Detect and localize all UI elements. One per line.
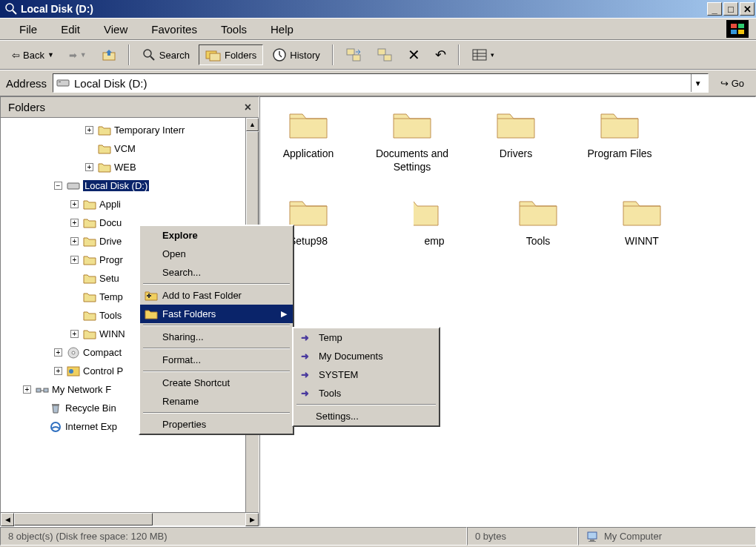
dropdown-icon: ▼ bbox=[80, 51, 87, 59]
ctx-search[interactable]: Search... bbox=[140, 263, 293, 282]
expand-icon[interactable]: + bbox=[23, 385, 31, 394]
go-button[interactable]: ↪ Go bbox=[714, 75, 750, 92]
folder-item[interactable]: emp bbox=[397, 196, 471, 248]
svg-rect-4 bbox=[731, 30, 737, 34]
tree-item[interactable]: +Temporary Interr bbox=[4, 121, 256, 139]
undo-button[interactable]: ↶ bbox=[429, 44, 452, 66]
menu-favorites[interactable]: Favorites bbox=[139, 20, 209, 39]
expand-icon[interactable]: + bbox=[70, 237, 79, 245]
menu-tools[interactable]: Tools bbox=[209, 20, 259, 39]
files-grid: Application Documents and Settings Drive… bbox=[271, 108, 744, 248]
expand-icon[interactable]: + bbox=[85, 126, 93, 134]
magnifier-icon bbox=[4, 2, 18, 16]
separator bbox=[143, 371, 290, 372]
folders-pane-close[interactable]: × bbox=[245, 101, 251, 114]
expand-icon[interactable]: + bbox=[70, 200, 79, 208]
svg-rect-34 bbox=[588, 541, 596, 542]
expand-icon[interactable]: + bbox=[70, 330, 79, 338]
folder-item[interactable]: Application bbox=[271, 108, 345, 173]
sub-settings[interactable]: Settings... bbox=[294, 407, 439, 425]
status-objects: 8 object(s) (Disk free space: 120 MB) bbox=[0, 527, 467, 546]
menu-edit[interactable]: Edit bbox=[49, 20, 92, 39]
disk-icon bbox=[67, 180, 80, 192]
expand-icon[interactable]: + bbox=[54, 367, 62, 375]
dropdown-icon: ▼ bbox=[47, 51, 54, 59]
back-button[interactable]: ⇦ Back ▼ bbox=[6, 47, 60, 64]
tree-item[interactable]: +Appli bbox=[4, 195, 256, 213]
scroll-thumb[interactable] bbox=[246, 131, 259, 235]
copy-to-button[interactable] bbox=[371, 44, 399, 65]
ctx-rename[interactable]: Rename bbox=[140, 392, 293, 411]
scroll-right-icon[interactable]: ▶ bbox=[245, 513, 259, 526]
expand-icon[interactable]: + bbox=[85, 163, 93, 171]
folders-button[interactable]: Folders bbox=[199, 44, 263, 65]
collapse-icon[interactable]: − bbox=[54, 182, 62, 190]
forward-button[interactable]: ➡ ▼ bbox=[63, 47, 93, 64]
move-to-button[interactable] bbox=[339, 44, 368, 65]
folder-icon bbox=[83, 236, 96, 248]
sub-temp[interactable]: ➜Temp bbox=[294, 328, 439, 347]
sub-tools[interactable]: ➜Tools bbox=[294, 384, 439, 402]
menubar: File Edit View Favorites Tools Help bbox=[0, 18, 756, 40]
scroll-left-icon[interactable]: ◀ bbox=[1, 513, 14, 526]
address-input[interactable]: Local Disk (D:) ▼ bbox=[53, 73, 709, 93]
history-button[interactable]: History bbox=[266, 44, 325, 65]
arrow-icon: ➜ bbox=[301, 351, 309, 362]
folder-item[interactable]: Program Files bbox=[583, 108, 657, 173]
separator bbox=[296, 404, 436, 405]
submenu-arrow-icon: ▶ bbox=[281, 309, 287, 319]
horizontal-scrollbar[interactable]: ◀ ▶ bbox=[1, 512, 259, 526]
ctx-open[interactable]: Open bbox=[140, 245, 293, 263]
folder-item[interactable]: Tools bbox=[501, 196, 575, 248]
menu-view[interactable]: View bbox=[92, 20, 139, 39]
folder-item[interactable]: WINNT bbox=[605, 196, 679, 248]
views-button[interactable]: ▾ bbox=[465, 45, 500, 64]
address-dropdown-icon[interactable]: ▼ bbox=[691, 74, 705, 92]
sub-my-documents[interactable]: ➜My Documents bbox=[294, 347, 439, 365]
folder-icon bbox=[83, 254, 96, 266]
sub-system[interactable]: ➜SYSTEM bbox=[294, 365, 439, 384]
close-button[interactable]: ✕ bbox=[740, 2, 755, 16]
separator bbox=[143, 283, 290, 285]
menu-file[interactable]: File bbox=[7, 20, 49, 39]
search-button[interactable]: Search bbox=[136, 44, 196, 65]
ctx-format[interactable]: Format... bbox=[140, 351, 293, 369]
ctx-properties[interactable]: Properties bbox=[140, 415, 293, 434]
svg-rect-21 bbox=[59, 82, 61, 82]
menu-help[interactable]: Help bbox=[259, 20, 305, 39]
svg-line-8 bbox=[150, 56, 154, 60]
svg-rect-13 bbox=[353, 55, 360, 61]
arrow-icon: ➜ bbox=[301, 388, 309, 399]
svg-rect-15 bbox=[384, 55, 391, 61]
folder-item[interactable]: Documents and Settings bbox=[375, 108, 449, 173]
ctx-sharing[interactable]: Sharing... bbox=[140, 328, 293, 346]
ctx-explore[interactable]: Explore bbox=[140, 226, 293, 245]
files-pane: Application Documents and Settings Drive… bbox=[259, 96, 756, 526]
ctx-create-shortcut[interactable]: Create Shortcut bbox=[140, 374, 293, 392]
history-icon bbox=[272, 47, 287, 62]
maximize-button[interactable]: □ bbox=[723, 2, 738, 16]
folder-icon bbox=[83, 273, 96, 285]
ctx-add-fast-folder[interactable]: Add to Fast Folder bbox=[140, 286, 293, 305]
svg-rect-22 bbox=[67, 183, 79, 189]
scroll-thumb[interactable] bbox=[14, 513, 153, 526]
cd-icon bbox=[67, 347, 80, 359]
expand-icon[interactable]: + bbox=[70, 219, 79, 227]
folder-item[interactable]: Drivers bbox=[479, 108, 553, 173]
ie-icon bbox=[49, 421, 62, 433]
ctx-fast-folders[interactable]: Fast Folders ▶ bbox=[140, 305, 293, 323]
go-arrow-icon: ↪ bbox=[720, 78, 729, 89]
folder-icon bbox=[288, 196, 329, 228]
scroll-up-icon[interactable]: ▲ bbox=[246, 118, 259, 131]
expand-icon[interactable]: + bbox=[70, 256, 79, 264]
expand-icon[interactable]: + bbox=[54, 348, 62, 357]
tree-item[interactable]: VCM bbox=[4, 139, 256, 158]
separator bbox=[143, 325, 290, 326]
up-button[interactable] bbox=[96, 45, 122, 64]
folder-icon bbox=[98, 143, 111, 155]
tree-item-local-disk[interactable]: −Local Disk (D:) bbox=[4, 176, 256, 195]
minimize-button[interactable]: _ bbox=[707, 2, 722, 16]
svg-rect-20 bbox=[57, 80, 69, 86]
delete-button[interactable]: ✕ bbox=[402, 43, 426, 67]
tree-item[interactable]: +WEB bbox=[4, 158, 256, 176]
